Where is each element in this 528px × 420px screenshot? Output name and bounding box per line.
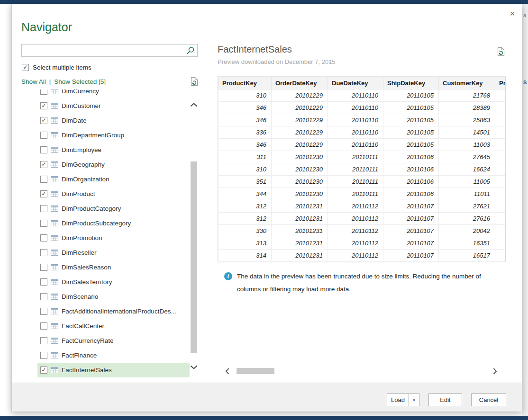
table-cell: 20110105 (383, 139, 439, 151)
item-checkbox[interactable]: ✓ (40, 117, 47, 124)
select-multiple-checkbox[interactable]: ✓ (22, 64, 29, 71)
item-checkbox[interactable] (40, 220, 47, 227)
item-checkbox[interactable]: ✓ (40, 161, 47, 168)
table-list-item[interactable]: FactCurrencyRate (37, 333, 190, 348)
table-name: DimDepartmentGroup (62, 132, 124, 139)
scroll-up-icon[interactable] (190, 103, 198, 107)
item-checkbox[interactable] (40, 352, 47, 359)
search-icon[interactable] (186, 46, 195, 57)
table-list-item[interactable]: DimOrganization (37, 172, 190, 187)
table-cell: 313 (218, 237, 272, 250)
item-checkbox[interactable]: ✓ (40, 102, 47, 109)
cancel-button[interactable]: Cancel (471, 393, 506, 406)
table-icon (51, 294, 58, 300)
table-list-item[interactable]: FactCallCenter (37, 319, 190, 333)
refresh-icon[interactable] (191, 77, 199, 88)
horizontal-scrollbar[interactable] (218, 367, 506, 375)
table-list-item[interactable]: FactAdditionalInternationalProductDes... (37, 304, 190, 319)
preview-pane: FactInternetSales Preview downloaded on … (207, 4, 522, 383)
table-row: 34620101229201101102011010511003 (218, 139, 506, 151)
table-row: 31220101231201101122011010727621 (218, 200, 506, 213)
table-cell: 14501 (439, 126, 495, 139)
item-checkbox[interactable] (40, 89, 47, 95)
table-list-item[interactable]: DimProductCategory (37, 201, 190, 216)
table-row: 31020101229201101102011010521768 (218, 89, 506, 102)
table-list-item[interactable]: ✓FactInternetSales (37, 363, 190, 377)
table-name: DimEmployee (62, 146, 101, 153)
table-list: DimCurrency✓DimCustomer✓DimDateDimDepart… (37, 89, 190, 378)
item-checkbox[interactable] (40, 278, 47, 286)
scroll-right-icon[interactable] (493, 368, 497, 375)
table-cell: 20110105 (383, 102, 439, 114)
item-checkbox[interactable] (40, 322, 47, 330)
table-cell: 28389 (439, 102, 495, 114)
table-row: 31420101231201101122011010716517 (218, 250, 506, 262)
table-cell: 330 (218, 225, 272, 237)
table-list-item[interactable]: DimPromotion (37, 231, 190, 245)
scroll-down-icon[interactable] (190, 365, 198, 369)
item-checkbox[interactable] (40, 132, 47, 139)
table-list-item[interactable]: DimSalesTerritory (37, 275, 190, 289)
load-dropdown-button[interactable]: ▾ (409, 393, 419, 406)
item-checkbox[interactable] (40, 293, 47, 300)
table-list-item[interactable]: ✓DimDate (37, 113, 190, 128)
table-row: 33020101231201101122011010720042 (218, 225, 506, 237)
table-row: 34620101229201101102011010528389 (218, 102, 506, 114)
item-checkbox[interactable] (40, 249, 47, 256)
table-name: DimOrganization (62, 176, 109, 183)
edit-button[interactable]: Edit (428, 393, 462, 406)
table-cell: 20110110 (328, 89, 383, 102)
table-cell: 20110112 (328, 250, 383, 262)
table-list-item[interactable]: DimDepartmentGroup (37, 128, 190, 143)
search-input[interactable] (22, 45, 185, 56)
table-cell (495, 89, 506, 102)
dialog-title: Navigator (21, 20, 72, 34)
item-checkbox[interactable] (40, 146, 47, 153)
item-checkbox[interactable] (40, 234, 47, 241)
item-checkbox[interactable] (40, 337, 47, 344)
table-cell (495, 225, 506, 237)
scroll-left-icon[interactable] (225, 368, 229, 375)
table-row: 31120101230201101112011010627645 (218, 151, 506, 163)
table-cell: 20101229 (272, 114, 328, 126)
select-multiple-row[interactable]: ✓ Select multiple items (22, 64, 91, 71)
table-list-item[interactable]: ✓DimCustomer (37, 98, 190, 113)
table-cell: 20110106 (383, 188, 439, 200)
item-checkbox[interactable] (40, 176, 47, 183)
table-cell: 20110105 (383, 89, 439, 102)
table-list-item[interactable]: DimScenario (37, 289, 190, 304)
vertical-scrollbar[interactable] (190, 89, 198, 378)
table-list-item[interactable]: ✓DimGeography (37, 157, 190, 172)
table-cell: 20110107 (383, 225, 439, 237)
table-list-item[interactable]: FactFinance (37, 348, 190, 363)
table-cell: 312 (218, 213, 272, 225)
search-box[interactable] (21, 44, 198, 57)
table-cell (495, 237, 506, 250)
table-cell: 20101231 (272, 200, 328, 213)
table-list-item[interactable]: DimReseller (37, 245, 190, 260)
table-list-item[interactable]: DimEmployee (37, 143, 190, 157)
table-list-item[interactable]: DimCurrency (37, 89, 190, 98)
table-cell: 20042 (439, 225, 495, 237)
vertical-scrollbar-thumb[interactable] (191, 161, 197, 353)
table-cell: 20101231 (272, 250, 328, 262)
item-checkbox[interactable] (40, 264, 47, 271)
item-checkbox[interactable]: ✓ (40, 366, 47, 374)
item-checkbox[interactable]: ✓ (40, 190, 47, 197)
table-list-item[interactable]: DimProductSubcategory (37, 216, 190, 231)
refresh-preview-icon[interactable] (497, 47, 505, 58)
column-header: ShipDateKey (383, 77, 439, 89)
table-list-item[interactable]: DimSalesReason (37, 260, 190, 275)
background-text-fragment: S (523, 80, 527, 85)
item-checkbox[interactable] (40, 308, 47, 315)
horizontal-scrollbar-thumb[interactable] (237, 368, 274, 374)
show-all-link[interactable]: Show All (21, 78, 46, 85)
table-row: 31220101231201101122011010727616 (218, 213, 506, 225)
item-checkbox[interactable] (40, 205, 47, 212)
column-header: DueDateKey (328, 77, 383, 89)
table-list-item[interactable]: ✓DimProduct (37, 187, 190, 201)
show-selected-link[interactable]: Show Selected [5] (54, 78, 106, 85)
table-cell: 20110106 (383, 176, 439, 188)
table-icon (51, 250, 58, 256)
load-button[interactable]: Load (387, 393, 409, 406)
